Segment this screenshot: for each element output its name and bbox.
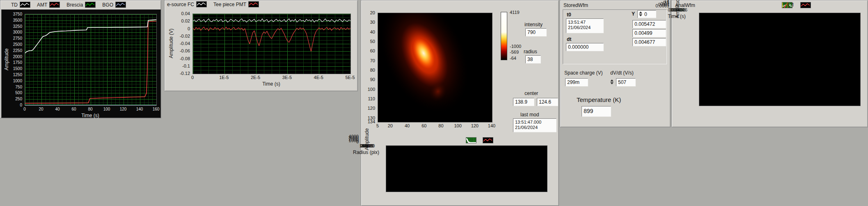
legend-item-td[interactable]: TD (11, 2, 30, 8)
legend-item-tee-piece-pmt[interactable]: Tee piece PMT (213, 1, 259, 7)
spin-down-icon[interactable] (610, 82, 614, 84)
lastmod-value: 13:51:47.000 21/06/2024 (513, 118, 557, 132)
legend-item-sipm[interactable]: SiPM (782, 2, 794, 8)
fit-plot-icon (800, 2, 811, 8)
tick-label: 2500 (6, 42, 22, 47)
spin-down-icon[interactable] (639, 14, 642, 16)
beam-image-plot-area[interactable] (378, 13, 492, 122)
radius-value[interactable]: 38 (525, 55, 541, 63)
radial-profile-chart: DataFit Amplitude Radius (pix) 010203040… (361, 136, 559, 206)
tick-label: 0 (191, 75, 194, 80)
tick-label: 5E-5 (345, 75, 355, 80)
tick-label: 1000 (6, 78, 22, 83)
tick-label: 750 (6, 84, 22, 89)
legend-item-data[interactable]: Data (466, 137, 476, 143)
tick-label: 70 (364, 58, 375, 63)
radial-profile-plot-area[interactable] (386, 145, 547, 192)
amt-plot-icon (49, 2, 60, 8)
stored-wfm-window: StoredWfm t0 13:51:47 21/06/2024 dt 0.00… (560, 0, 671, 127)
tick-label: 500 (6, 91, 22, 95)
tick-label: 1500 (6, 66, 22, 71)
tick-label: 120 (471, 124, 479, 128)
signal-history-legend: TDAMTBresciaBGO (11, 2, 126, 8)
legend-item-fit[interactable]: Fit (483, 137, 488, 143)
tick-label: 40 (55, 107, 60, 111)
legend-item-fit[interactable]: Fit (800, 2, 806, 8)
dt-value[interactable]: 0.000000 (566, 43, 604, 51)
lastmod-label: last mod (520, 112, 539, 118)
tick-label: 60 (71, 107, 76, 111)
signal-history-chart: Amplitude Time (s) 020406080100120140160… (1, 9, 161, 118)
tick-label: 100 (364, 87, 375, 91)
anal-wfm-x-axis-label: Time (s) (668, 14, 686, 19)
fc-pmt-legend: e-source FCTee piece PMT (167, 1, 259, 7)
color-scale-mark: -1000 (510, 44, 521, 49)
legend-label-brescia: Brescia (66, 2, 83, 8)
tick-label: 0 (172, 26, 190, 31)
legend-label-bgo: BGO (102, 2, 113, 8)
legend-item-e-source-fc[interactable]: e-source FC (167, 1, 207, 7)
tick-label: 2750 (6, 36, 22, 41)
anal-wfm-window: AnalWfm SiPMFit Amplitude (V) Time (s) 0… (671, 0, 868, 127)
temperature-label: Temperature (K) (577, 96, 621, 103)
radius-label: radius (524, 49, 537, 54)
tick-label: 2000 (6, 54, 22, 59)
legend-label-e-source-fc: e-source FC (167, 2, 194, 7)
bgo-plot-icon (115, 2, 126, 8)
tick-label: 1750 (6, 60, 22, 65)
y-value-2: 0.004677 (632, 38, 666, 46)
tick-label: 20 (39, 107, 43, 111)
color-scale-max: 4119 (510, 10, 520, 15)
tick-label: 30 (364, 20, 375, 25)
radial-profile-legend: DataFit (466, 137, 488, 143)
spin-up-icon[interactable] (610, 79, 614, 81)
tick-label: -0.06 (172, 49, 190, 53)
intensity-label: intensity (524, 22, 543, 27)
y-index-spinner[interactable] (639, 11, 643, 16)
legend-item-bgo[interactable]: BGO (102, 2, 126, 8)
fc-pmt-chart: Amplitude (V) Time (s) 01E-52E-53E-54E-5… (165, 9, 358, 92)
td-plot-icon (20, 2, 30, 8)
tick-label: 5 (376, 124, 379, 128)
stored-wfm-title: StoredWfm (563, 2, 588, 8)
space-charge-value[interactable]: 299m (565, 78, 588, 86)
tick-label: 160 (153, 107, 160, 111)
tee-piece-pmt-plot-icon (248, 1, 259, 7)
spin-up-icon[interactable] (639, 11, 642, 14)
legend-item-brescia[interactable]: Brescia (66, 2, 96, 8)
tick-label: 4000 (344, 134, 359, 139)
tick-label: 3750 (6, 12, 22, 16)
tick-label: 140 (488, 124, 495, 128)
signal-history-x-axis-label: Time (s) (81, 113, 99, 118)
temperature-value[interactable]: 899 (582, 106, 611, 117)
signal-history-plot-area[interactable] (25, 14, 157, 106)
anal-wfm-chart: SiPMFit Amplitude (V) Time (s) 00.0010.0… (672, 0, 868, 128)
dvdt-value[interactable]: 507 (616, 78, 636, 86)
tick-label: 3500 (6, 18, 22, 22)
tick-label: 100 (103, 107, 110, 111)
tick-label: 0 (6, 103, 22, 107)
anal-wfm-plot-area[interactable] (699, 13, 861, 106)
legend-item-amt[interactable]: AMT (37, 2, 60, 8)
tick-label: 20 (364, 11, 375, 15)
tick-label: 110 (364, 97, 375, 101)
color-scale-mark: -64 (510, 56, 516, 61)
legend-label-amt: AMT (37, 2, 47, 8)
intensity-value: 790 (525, 28, 547, 36)
fit-plot-icon (483, 137, 493, 143)
tick-label: 20 (388, 124, 393, 128)
dvdt-spinner[interactable] (610, 79, 614, 84)
dt-label: dt (567, 36, 571, 42)
signal-history-window: TDAMTBresciaBGO Amplitude Time (s) 02040… (0, 0, 161, 118)
tick-label: 3000 (6, 30, 22, 34)
e-source-fc-plot-icon (196, 1, 207, 7)
tick-label: 2250 (6, 48, 22, 52)
tick-label: 3250 (6, 24, 22, 28)
tick-label: 60 (364, 49, 375, 53)
fc-pmt-plot-area[interactable] (192, 14, 351, 74)
t0-display[interactable]: 13:51:47 21/06/2024 (566, 18, 604, 33)
tick-label: 1250 (6, 72, 22, 77)
tick-label: 140 (136, 107, 143, 111)
color-scale-mark: -569 (510, 50, 519, 54)
space-charge-label: Space charge (V) (564, 70, 602, 76)
